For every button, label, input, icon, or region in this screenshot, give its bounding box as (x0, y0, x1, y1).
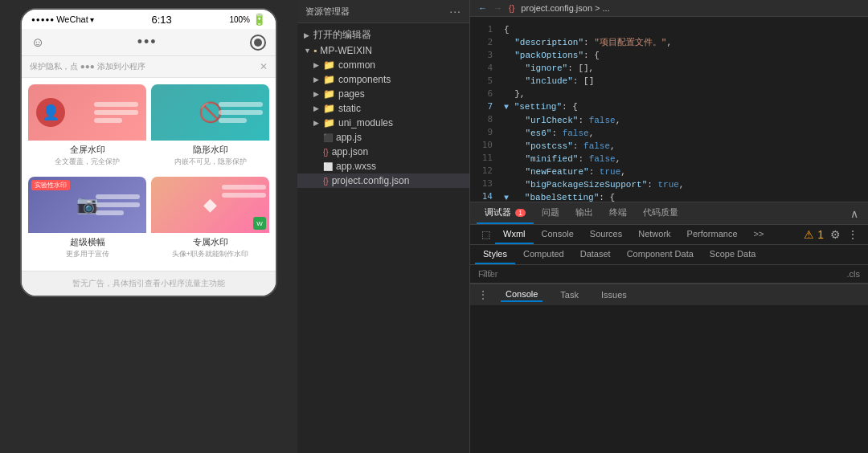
dots-menu[interactable]: ••• (137, 34, 158, 51)
sidebar-item-app-wxss[interactable]: ▶ ⬜ app.wxss (297, 159, 469, 173)
tab-scope-data[interactable]: Scope Data (702, 245, 764, 264)
card-lines (222, 185, 266, 198)
tab-component-data[interactable]: Component Data (619, 245, 702, 264)
bottom-dots-icon[interactable]: ⋮ (478, 289, 488, 300)
tab-code-quality[interactable]: 代码质量 (635, 202, 686, 224)
phone-time: 6:13 (151, 14, 171, 26)
bottom-tab-issues[interactable]: Issues (596, 288, 632, 301)
tab-terminal[interactable]: 终端 (601, 202, 635, 224)
chevron-right-icon: ▶ (313, 90, 320, 98)
phone-search[interactable]: 保护隐私，点 ●●● 添加到小程序 ✕ (22, 56, 276, 78)
collapse-panel-icon[interactable]: ∧ (847, 207, 862, 220)
sidebar-item-project-config[interactable]: ▶ {} project.config.json (297, 173, 469, 188)
folder-icon: 📁 (323, 117, 335, 129)
tab-problems[interactable]: 问题 (534, 202, 567, 224)
list-item[interactable]: 🚫 隐形水印 内嵌不可见，隐形保护 (151, 84, 269, 172)
tab-output[interactable]: 输出 (567, 202, 601, 224)
app-js-label: app.js (336, 132, 362, 143)
file-type-icon: {} (509, 3, 514, 13)
line1 (219, 102, 263, 107)
bottom-tab-console[interactable]: Console (501, 288, 542, 302)
card-image-fullscreen: 👤 (28, 84, 146, 141)
computed-label: Computed (523, 249, 564, 259)
settings-icon[interactable]: ⚙ (827, 228, 844, 241)
record-button[interactable] (250, 35, 266, 51)
tab-dataset[interactable]: Dataset (572, 245, 619, 264)
card-title: 超级横幅 (70, 236, 105, 248)
code-line-11: "minified": false, (504, 153, 863, 165)
js-file-icon: ⬛ (323, 133, 333, 142)
mp-weixin-label: MP-WEIXIN (320, 45, 372, 56)
code-editor[interactable]: { "description": "项目配置文件。", "packOptions… (499, 17, 868, 202)
tab-styles[interactable]: Styles (475, 245, 515, 264)
sidebar-item-components[interactable]: ▶ 📁 components (297, 72, 469, 87)
sidebar-item-pages[interactable]: ▶ 📁 pages (297, 87, 469, 101)
tab-performance[interactable]: Performance (679, 225, 746, 244)
sources-label: Sources (590, 229, 622, 239)
card-subtitle: 头像+职务就能制作水印 (172, 249, 248, 259)
list-item[interactable]: ◆ W 专属水印 头像+职务就能制作水印 (151, 177, 269, 264)
uni-modules-label: uni_modules (338, 117, 393, 129)
sidebar-item-uni-modules[interactable]: ▶ 📁 uni_modules (297, 116, 469, 130)
sidebar-item-open-editors[interactable]: ▶ 打开的编辑器 (297, 27, 469, 43)
tab-sources[interactable]: Sources (582, 225, 630, 244)
phone-footer: 暂无广告，具体指引查看小程序流量主功能 (22, 271, 276, 296)
chevron-right-icon: ▶ (313, 76, 320, 84)
line2 (222, 193, 266, 198)
list-item[interactable]: 实验性水印 📷 超级横幅 更多用于宣传 (28, 177, 146, 264)
code-line-4: "ignore": [], (504, 62, 863, 75)
chevron-right-icon: ▶ (313, 61, 320, 69)
editor-header: ← → {} project.config.json > ... (470, 0, 868, 17)
tab-network[interactable]: Network (630, 225, 678, 244)
chevron-right-icon: ▶ (304, 31, 310, 39)
tab-computed[interactable]: Computed (515, 245, 572, 264)
project-config-label: project.config.json (332, 175, 410, 186)
chevron-right-icon: ▶ (313, 119, 320, 127)
warning-icon[interactable]: ⚠ 1 (800, 228, 827, 241)
code-line-6: }, (504, 88, 863, 100)
tab-wxml[interactable]: Wxml (495, 225, 534, 244)
more-label: >> (754, 229, 764, 239)
sidebar-item-app-json[interactable]: ▶ {} app.json (297, 145, 469, 159)
line1 (222, 185, 266, 190)
search-close-icon[interactable]: ✕ (260, 61, 268, 72)
network-label: Network (638, 229, 670, 239)
file-tree: ▶ 打开的编辑器 ▼ ▪ MP-WEIXIN ▶ 📁 common ▶ 📁 co… (297, 23, 469, 453)
cls-hint: .cls (847, 269, 861, 279)
selector-icon[interactable]: ⬚ (477, 226, 495, 243)
avatar: 👤 (36, 98, 65, 127)
inspector-tabbar: Styles Computed Dataset Component Data S… (470, 245, 868, 265)
more-options-icon[interactable]: ⋮ (844, 228, 862, 241)
bottom-tab-task[interactable]: Task (555, 288, 583, 301)
tab-more[interactable]: >> (746, 225, 772, 244)
code-line-2: "description": "项目配置文件。", (504, 36, 863, 49)
filter-input[interactable] (478, 269, 844, 279)
forward-nav-icon[interactable]: → (493, 3, 502, 13)
phone-navbar: ☺ ••• (22, 29, 276, 56)
card-image-invisible: 🚫 (151, 84, 269, 141)
tab-debugger[interactable]: 调试器 1 (477, 202, 534, 224)
back-nav-icon[interactable]: ← (478, 3, 487, 13)
components-label: components (338, 74, 391, 85)
back-icon[interactable]: ☺ (31, 35, 44, 50)
line1 (94, 102, 138, 107)
sidebar-item-static[interactable]: ▶ 📁 static (297, 101, 469, 116)
tab-console[interactable]: Console (534, 225, 582, 244)
sidebar-item-common[interactable]: ▶ 📁 common (297, 58, 469, 72)
code-line-1: { (504, 23, 863, 36)
component-data-label: Component Data (627, 249, 694, 259)
code-line-7: ▼ "setting": { (504, 100, 863, 114)
chevron-down-icon: ▼ (304, 47, 310, 55)
card-lines (94, 102, 138, 123)
more-options-icon[interactable]: ··· (449, 5, 461, 18)
console-label: Console (506, 289, 538, 299)
warning-count: 1 (817, 228, 824, 241)
performance-label: Performance (687, 229, 738, 239)
line2 (94, 110, 138, 115)
list-item[interactable]: 👤 全屏水印 全文覆盖，完全保护 (28, 84, 146, 172)
signal-dots: ●●●●● (31, 16, 55, 23)
brand-name: WeChat (56, 14, 88, 24)
folder-icon: 📁 (323, 103, 335, 114)
sidebar-item-app-js[interactable]: ▶ ⬛ app.js (297, 130, 469, 145)
sidebar-item-mp-weixin[interactable]: ▼ ▪ MP-WEIXIN (297, 43, 469, 58)
